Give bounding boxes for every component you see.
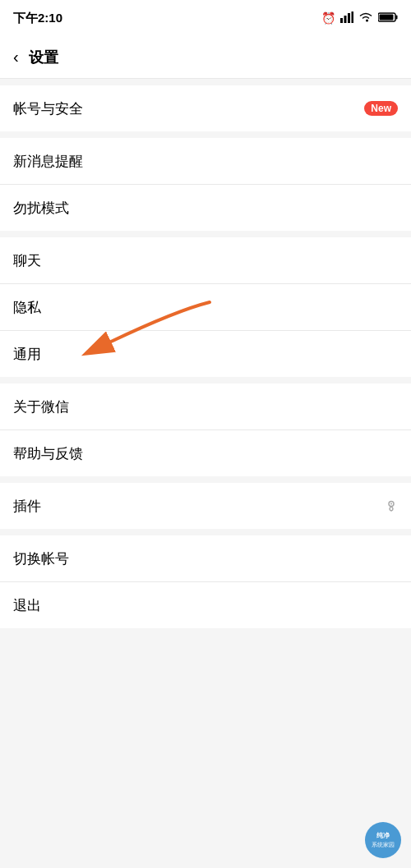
menu-item-logout[interactable]: 退出	[0, 582, 411, 628]
menu-item-new-message-label: 新消息提醒	[13, 152, 398, 171]
menu-item-account-security[interactable]: 帐号与安全 New	[0, 85, 411, 131]
signal-icon	[340, 11, 353, 25]
section-divider-1	[0, 131, 411, 138]
menu-item-switch-account-label: 切换帐号	[13, 549, 398, 568]
section-divider-4	[0, 476, 411, 483]
menu-item-plugins-label: 插件	[13, 497, 380, 516]
section-chat-privacy: 聊天 隐私 通用	[0, 237, 411, 377]
section-account-switch: 切换帐号 退出	[0, 535, 411, 628]
section-divider-top	[0, 79, 411, 85]
status-time: 下午2:10	[13, 11, 62, 26]
watermark-badge: 纯净 系统家园	[365, 822, 401, 858]
top-bar: ‹ 设置	[0, 36, 411, 79]
svg-rect-2	[348, 13, 350, 23]
divider-privacy-general	[0, 330, 411, 331]
alarm-icon: ⏰	[321, 11, 335, 25]
section-about: 关于微信 帮助与反馈	[0, 383, 411, 476]
menu-item-dnd[interactable]: 勿扰模式	[0, 185, 411, 231]
menu-item-general[interactable]: 通用	[0, 331, 411, 377]
menu-item-dnd-label: 勿扰模式	[13, 199, 398, 218]
section-plugins: 插件	[0, 483, 411, 529]
status-bar: 下午2:10 ⏰	[0, 0, 411, 36]
section-notifications: 新消息提醒 勿扰模式	[0, 138, 411, 231]
menu-item-privacy[interactable]: 隐私	[0, 284, 411, 330]
menu-item-plugins[interactable]: 插件	[0, 483, 411, 529]
menu-item-about-wechat[interactable]: 关于微信	[0, 383, 411, 429]
menu-item-about-wechat-label: 关于微信	[13, 397, 398, 416]
menu-item-account-security-label: 帐号与安全	[13, 99, 358, 118]
menu-item-chat-label: 聊天	[13, 251, 398, 270]
menu-item-logout-label: 退出	[13, 596, 398, 615]
status-icons: ⏰	[321, 11, 398, 25]
menu-item-help-feedback-label: 帮助与反馈	[13, 444, 398, 463]
watermark-text: 纯净 系统家园	[372, 832, 395, 847]
svg-point-9	[390, 503, 392, 504]
page-title: 设置	[29, 48, 58, 67]
section-divider-3	[0, 377, 411, 383]
plugins-location-icon	[385, 498, 398, 514]
section-divider-5	[0, 529, 411, 535]
svg-rect-3	[352, 11, 354, 23]
menu-item-switch-account[interactable]: 切换帐号	[0, 535, 411, 581]
svg-rect-6	[380, 14, 394, 20]
battery-icon	[378, 11, 398, 25]
section-divider-bottom	[0, 628, 411, 694]
menu-item-help-feedback[interactable]: 帮助与反馈	[0, 430, 411, 476]
back-button[interactable]: ‹	[13, 48, 19, 67]
menu-item-general-label: 通用	[13, 345, 398, 364]
svg-rect-1	[344, 16, 347, 23]
menu-item-chat[interactable]: 聊天	[0, 237, 411, 283]
section-divider-2	[0, 231, 411, 237]
wifi-icon	[358, 11, 373, 25]
svg-rect-5	[396, 15, 398, 19]
new-badge: New	[364, 101, 398, 116]
section-account: 帐号与安全 New	[0, 85, 411, 131]
menu-item-new-message[interactable]: 新消息提醒	[0, 138, 411, 184]
menu-item-privacy-label: 隐私	[13, 298, 398, 317]
svg-rect-0	[340, 18, 343, 23]
